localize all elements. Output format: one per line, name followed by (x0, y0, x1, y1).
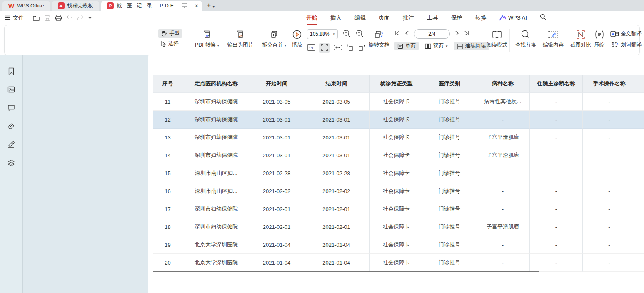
edit-content-icon (548, 30, 559, 40)
close-tab-icon[interactable]: ✕ (194, 3, 199, 9)
rotate-document-button[interactable]: 旋转文档 (365, 30, 393, 49)
table-cell: 深圳市南山区妇... (182, 164, 250, 182)
fit-width-icon[interactable] (334, 44, 342, 52)
save-icon[interactable] (44, 15, 51, 21)
menu-item-protect[interactable]: 保护 (451, 14, 462, 22)
table-row[interactable]: 16深圳市南山区妇...2021-02-022021-02-02社会保障卡门诊挂… (153, 182, 644, 200)
comment-icon[interactable] (6, 103, 16, 113)
actual-size-icon[interactable]: 1:1 (307, 44, 315, 52)
find-replace-button[interactable]: 查找替换 (512, 30, 539, 49)
tab-list-chevron-icon[interactable]: ▾ (212, 4, 215, 9)
zoom-out-icon[interactable] (343, 30, 351, 39)
tab-docer-templates[interactable]: ❧ 找稻壳模板 (52, 1, 100, 11)
menu-item-tools[interactable]: 工具 (427, 14, 438, 22)
navigation-panel[interactable] (23, 55, 148, 293)
menu-item-home[interactable]: 开始 (306, 14, 317, 22)
table-row[interactable]: 20北京大学深圳医院2021-01-042021-01-04社会保障卡门诊挂号-… (153, 254, 644, 272)
redo-icon[interactable] (77, 15, 84, 21)
hand-tool-button[interactable]: 手型 (158, 29, 182, 38)
word-translate-button[interactable]: A文 划词翻译 ▾ (609, 40, 644, 49)
rotate-left-icon[interactable] (346, 44, 354, 52)
menu-item-insert[interactable]: 插入 (330, 14, 342, 22)
double-page-label: 双页 (433, 42, 444, 50)
first-page-icon[interactable] (394, 31, 400, 37)
quick-access-chevron-icon[interactable] (88, 16, 92, 19)
table-cell: 门诊挂号 (423, 200, 476, 218)
column-header: 就诊凭证类型 (370, 75, 423, 93)
read-mode-icon (492, 30, 502, 40)
table-row[interactable]: 14深圳市妇幼保健院2021-03-012021-03-01社会保障卡门诊挂号子… (153, 146, 644, 164)
undo-icon[interactable] (66, 15, 73, 21)
table-row[interactable]: 11深圳市妇幼保健院2021-03-052021-03-05社会保障卡门诊挂号病… (153, 93, 644, 111)
find-replace-icon (521, 30, 531, 40)
thumbnail-icon[interactable] (6, 84, 16, 94)
play-button[interactable]: 播放 (287, 30, 307, 49)
next-page-icon[interactable] (455, 31, 459, 37)
menu-item-convert[interactable]: 转换 (475, 14, 487, 22)
chevron-down-icon: ▾ (333, 32, 335, 36)
table-row[interactable]: 12深圳市妇幼保健院2021-03-012021-03-01社会保障卡门诊挂号-… (153, 111, 644, 129)
table-cell: - (476, 200, 530, 218)
table-row[interactable]: 19北京大学深圳医院2021-01-042021-01-04社会保障卡门诊挂号-… (153, 236, 644, 254)
open-file-icon[interactable] (32, 15, 40, 21)
new-tab-button[interactable]: + (207, 1, 211, 10)
document-page[interactable]: 序号定点医药机构名称开始时间结束时间就诊凭证类型医疗类别病种名称住院主诊断名称手… (149, 55, 644, 293)
read-mode-button[interactable]: 阅读模式 (484, 30, 509, 49)
split-merge-button[interactable]: 拆分合并 ▾ (258, 30, 290, 49)
double-page-button[interactable]: 双页 ▾ (422, 42, 451, 50)
rotate-right-icon[interactable] (358, 44, 366, 52)
table-row[interactable]: 13深圳市妇幼保健院2021-03-012021-03-01社会保障卡门诊挂号子… (153, 129, 644, 146)
compress-button[interactable]: 压缩 (591, 30, 608, 49)
table-cell: 门诊挂号 (423, 236, 476, 254)
table-cell: - (583, 236, 636, 254)
page-indicator: 2/4 (428, 31, 435, 37)
tab-wps-office[interactable]: W WPS Office (2, 1, 50, 11)
single-page-button[interactable]: 单页 (394, 42, 419, 50)
monitor-icon[interactable] (182, 3, 187, 9)
menu-item-edit[interactable]: 编辑 (354, 14, 366, 22)
zoom-level-select[interactable]: 105.88% ▾ (307, 29, 338, 39)
split-merge-label: 拆分合并 (262, 42, 283, 48)
table-cell: - (530, 93, 583, 111)
attachment-icon[interactable] (6, 121, 16, 131)
search-icon[interactable] (540, 14, 546, 22)
export-image-icon (235, 30, 245, 40)
print-icon[interactable] (55, 15, 62, 21)
bookmark-icon[interactable] (6, 66, 16, 76)
hand-icon (161, 30, 167, 37)
pdf-convert-button[interactable]: W PDF转换 ▾ (191, 30, 223, 49)
table-cell: 2021-02-28 (303, 164, 370, 182)
word-translate-icon: A文 (610, 41, 619, 48)
table-cell: 2021-03-01 (303, 129, 370, 146)
table-cell (636, 218, 644, 236)
menu-item-page[interactable]: 页面 (379, 14, 390, 22)
export-image-label: 输出为图片 (224, 42, 257, 49)
export-image-button[interactable]: 输出为图片 (224, 30, 257, 49)
table-row[interactable]: 18深圳市妇幼保健院2021-02-012021-02-01社会保障卡门诊挂号子… (153, 218, 644, 236)
select-tool-button[interactable]: 选择 (158, 40, 182, 48)
zoom-level-value: 105.88% (310, 31, 329, 37)
table-cell (636, 93, 644, 111)
signature-pen-icon[interactable] (6, 139, 16, 149)
page-number-input[interactable]: 2/4 (414, 29, 450, 39)
screenshot-compare-button[interactable]: 截图对比 (567, 30, 594, 49)
tab-wps-office-label: WPS Office (17, 3, 44, 9)
table-cell: 2021-03-05 (303, 93, 370, 111)
table-row[interactable]: 17深圳市妇幼保健院2021-02-012021-02-01社会保障卡门诊挂号-… (153, 200, 644, 218)
prev-page-icon[interactable] (405, 31, 409, 37)
full-translate-button[interactable]: A 全文翻译 (609, 30, 644, 38)
table-cell: - (583, 182, 636, 200)
table-cell: 16 (153, 182, 182, 200)
fit-page-icon[interactable] (319, 43, 330, 53)
layers-icon[interactable] (6, 158, 16, 168)
zoom-in-icon[interactable] (356, 30, 364, 39)
last-page-icon[interactable] (464, 31, 469, 37)
tab-document[interactable]: P 就 医 记 录 .PDF ✕ (101, 1, 202, 11)
menu-item-annotate[interactable]: 批注 (403, 14, 414, 22)
table-row[interactable]: 15深圳市南山区妇...2021-02-282021-02-28社会保障卡门诊挂… (153, 164, 644, 182)
edit-content-button[interactable]: 编辑内容 (539, 30, 567, 49)
wps-ai-button[interactable]: WPS AI (499, 15, 527, 21)
table-bottom-border (153, 271, 539, 272)
continuous-read-button[interactable]: 连续阅读 (454, 42, 489, 50)
file-menu-button[interactable]: 文件 (5, 14, 24, 22)
